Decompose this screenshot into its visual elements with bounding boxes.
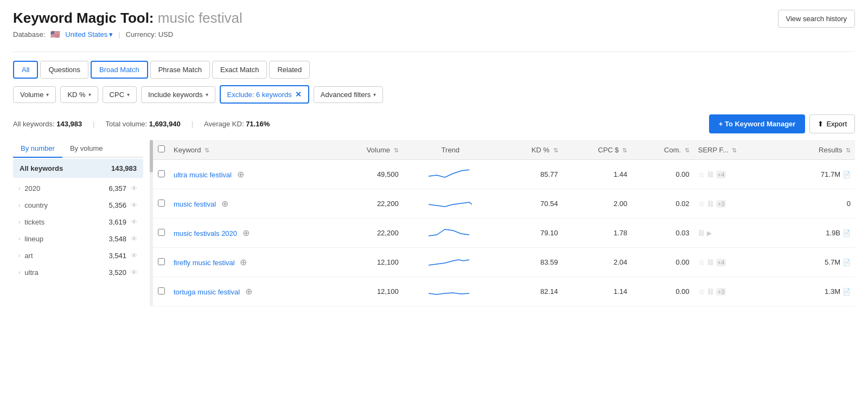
serp-features: ☆⛓+4 [698, 170, 776, 179]
row-checkbox-cell [153, 277, 169, 306]
trend-col-header: Trend [403, 140, 498, 160]
stats-divider2: | [192, 120, 193, 128]
filter-bar: Volume ▾ KD % ▾ CPC ▾ Include keywords ▾… [13, 85, 855, 104]
kd-cell: 82.14 [498, 277, 562, 306]
kd-filter[interactable]: KD % ▾ [60, 86, 98, 103]
list-item[interactable]: › lineup 3,548 👁 [13, 230, 143, 247]
include-keywords-filter[interactable]: Include keywords ▾ [141, 86, 215, 103]
volume-filter[interactable]: Volume ▾ [13, 86, 56, 103]
list-item[interactable]: › tickets 3,619 👁 [13, 214, 143, 230]
eye-icon[interactable]: 👁 [131, 252, 138, 260]
scrollbar-thumb [150, 140, 153, 172]
keyword-link[interactable]: tortuga music festival [174, 288, 240, 296]
row-checkbox[interactable] [158, 258, 165, 265]
country-selector[interactable]: United States ▾ [65, 30, 113, 39]
list-item[interactable]: › country 5,356 👁 [13, 197, 143, 214]
eye-icon[interactable]: 👁 [131, 268, 138, 277]
kd-col-header[interactable]: KD % ⇅ [498, 140, 562, 160]
results-col-header[interactable]: Results ⇅ [781, 140, 855, 160]
add-keyword-button[interactable]: ⊕ [221, 198, 228, 209]
table-row: music festival ⊕ 22,200 70.54 2.00 0.02 … [153, 189, 855, 219]
tab-phrase-match[interactable]: Phrase Match [150, 61, 210, 79]
sidebar-tab-by-number[interactable]: By number [13, 140, 62, 158]
chevron-right-icon: › [18, 219, 20, 225]
keyword-link[interactable]: music festivals 2020 [174, 229, 237, 238]
volume-col-header[interactable]: Volume ⇅ [329, 140, 403, 160]
sidebar-item-label: lineup [24, 235, 108, 243]
advanced-filters[interactable]: Advanced filters ▾ [314, 86, 384, 103]
row-checkbox[interactable] [158, 287, 165, 294]
star-icon: ☆ [698, 170, 705, 179]
chevron-right-icon: › [18, 253, 20, 259]
sidebar: By number By volume All keywords 143,983… [13, 140, 153, 306]
table-body: ultra music festival ⊕ 49,500 85.77 1.44… [153, 160, 855, 306]
page-title: Keyword Magic Tool: music festival [13, 10, 242, 27]
star-icon: ☆ [698, 287, 705, 296]
sort-icon: ⇅ [622, 147, 627, 153]
link-icon: ⛓ [707, 171, 714, 178]
view-history-button[interactable]: View search history [778, 10, 855, 28]
avg-kd-stat: Average KD: 71.16% [204, 120, 270, 128]
exclude-keywords-filter[interactable]: Exclude: 6 keywords ✕ [220, 85, 309, 104]
row-checkbox[interactable] [158, 200, 165, 207]
add-keyword-button[interactable]: ⊕ [242, 228, 250, 238]
title-static: Keyword Magic Tool: [13, 10, 154, 26]
currency-label: Currency: USD [126, 30, 173, 39]
tab-related[interactable]: Related [269, 61, 310, 79]
export-label: Export [826, 120, 847, 128]
eye-icon[interactable]: 👁 [131, 218, 138, 226]
document-icon: 📄 [843, 171, 851, 178]
tab-questions[interactable]: Questions [40, 61, 88, 79]
cpc-cell: 1.78 [563, 219, 632, 248]
trend-cell [403, 277, 498, 306]
sidebar-scrollbar[interactable] [150, 140, 153, 306]
chevron-down-icon: ▾ [206, 92, 208, 98]
eye-icon[interactable]: 👁 [131, 235, 138, 243]
keyword-link[interactable]: firefly music festival [174, 259, 235, 267]
cpc-filter[interactable]: CPC ▾ [103, 86, 137, 103]
keyword-link[interactable]: music festival [174, 200, 216, 208]
list-item[interactable]: › ultra 3,520 👁 [13, 264, 143, 281]
serp-plus-badge: +4 [716, 259, 726, 266]
sidebar-item-label: country [24, 201, 108, 209]
list-item[interactable]: › 2020 6,357 👁 [13, 180, 143, 197]
add-keyword-button[interactable]: ⊕ [240, 257, 247, 267]
results-cell: 1.3M 📄 [781, 277, 855, 306]
close-icon[interactable]: ✕ [295, 90, 302, 99]
row-checkbox[interactable] [158, 229, 165, 236]
export-button[interactable]: ⬆ Export [809, 114, 855, 133]
link-icon: ⛓ [707, 259, 714, 266]
sort-icon: ⇅ [685, 147, 690, 153]
serp-col-header[interactable]: SERP F... ⇅ [694, 140, 781, 160]
database-label: Database: [13, 30, 45, 39]
chevron-down-icon: ▾ [88, 92, 91, 98]
document-icon: 📄 [843, 229, 851, 237]
sidebar-items: › 2020 6,357 👁 › country 5,356 👁 › ticke… [13, 180, 143, 281]
select-all-checkbox[interactable] [158, 145, 165, 152]
tab-broad-match[interactable]: Broad Match [91, 61, 148, 79]
add-keyword-button[interactable]: ⊕ [245, 286, 252, 297]
eye-icon[interactable]: 👁 [131, 201, 138, 209]
sidebar-tab-by-volume[interactable]: By volume [62, 140, 111, 158]
sidebar-list-container: By number By volume All keywords 143,983… [13, 140, 143, 306]
tab-exact-match[interactable]: Exact Match [212, 61, 267, 79]
table-row: tortuga music festival ⊕ 12,100 82.14 1.… [153, 277, 855, 306]
keyword-manager-button[interactable]: + To Keyword Manager [709, 114, 806, 133]
cpc-col-header[interactable]: CPC $ ⇅ [563, 140, 632, 160]
keyword-link[interactable]: ultra music festival [174, 171, 232, 179]
eye-icon[interactable]: 👁 [131, 184, 138, 193]
com-col-header[interactable]: Com. ⇅ [631, 140, 694, 160]
results-cell: 71.7M 📄 [781, 160, 855, 189]
results-value: 71.7M [821, 170, 840, 178]
sidebar-item-label: ultra [24, 268, 108, 277]
row-checkbox[interactable] [158, 170, 165, 177]
tab-all[interactable]: All [13, 61, 38, 79]
sidebar-item-count: 5,356 [108, 201, 126, 209]
table-row: firefly music festival ⊕ 12,100 83.59 2.… [153, 248, 855, 277]
sidebar-all-label: All keywords [20, 164, 63, 172]
cpc-cell: 2.04 [563, 248, 632, 277]
add-keyword-button[interactable]: ⊕ [237, 169, 244, 179]
keyword-col-header[interactable]: Keyword ⇅ [169, 140, 329, 160]
serp-plus-badge: +3 [716, 200, 726, 208]
list-item[interactable]: › art 3,541 👁 [13, 247, 143, 264]
